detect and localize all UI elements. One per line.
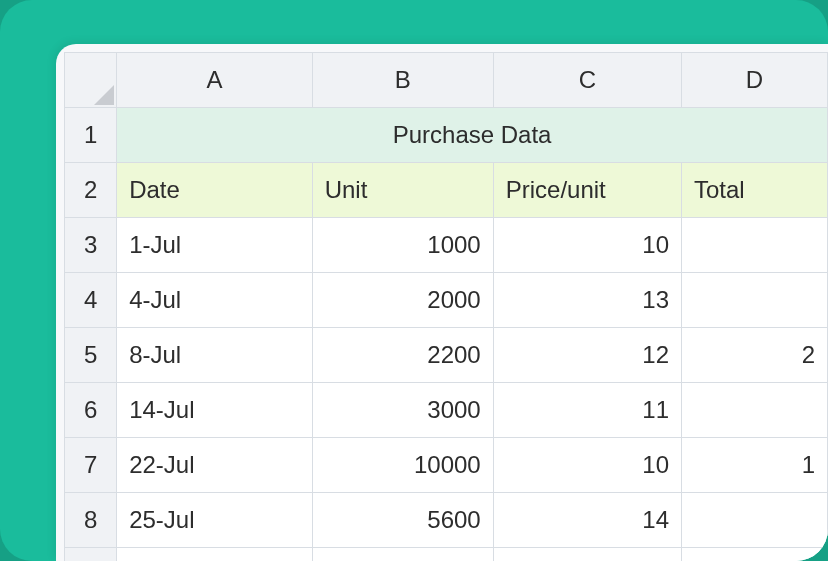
row-header-8[interactable]: 8	[65, 493, 117, 548]
cell-a7[interactable]: 22-Jul	[117, 438, 313, 493]
column-header-c[interactable]: C	[493, 53, 681, 108]
row-header-7[interactable]: 7	[65, 438, 117, 493]
cell-a4[interactable]: 4-Jul	[117, 273, 313, 328]
cell-a8[interactable]: 25-Jul	[117, 493, 313, 548]
spreadsheet-grid[interactable]: A B C D 1 Purchase Data 2 Date Unit Pric…	[64, 52, 828, 561]
cell-d9[interactable]	[682, 548, 828, 562]
cell-c3[interactable]: 10	[493, 218, 681, 273]
cell-b7[interactable]: 10000	[312, 438, 493, 493]
row-header-9[interactable]: 9	[65, 548, 117, 562]
cell-c5[interactable]: 12	[493, 328, 681, 383]
cell-b4[interactable]: 2000	[312, 273, 493, 328]
cell-header-total[interactable]: Total	[682, 163, 828, 218]
cell-a3[interactable]: 1-Jul	[117, 218, 313, 273]
cell-c9[interactable]: 13	[493, 548, 681, 562]
row-header-3[interactable]: 3	[65, 218, 117, 273]
cell-a5[interactable]: 8-Jul	[117, 328, 313, 383]
cell-d3[interactable]	[682, 218, 828, 273]
select-all-corner[interactable]	[65, 53, 117, 108]
cell-a6[interactable]: 14-Jul	[117, 383, 313, 438]
cell-d5[interactable]: 2	[682, 328, 828, 383]
cell-title[interactable]: Purchase Data	[117, 108, 828, 163]
cell-b5[interactable]: 2200	[312, 328, 493, 383]
svg-marker-0	[94, 85, 114, 105]
cell-d4[interactable]	[682, 273, 828, 328]
cell-b8[interactable]: 5600	[312, 493, 493, 548]
cell-header-unit[interactable]: Unit	[312, 163, 493, 218]
column-header-d[interactable]: D	[682, 53, 828, 108]
cell-c7[interactable]: 10	[493, 438, 681, 493]
row-header-1[interactable]: 1	[65, 108, 117, 163]
cell-c8[interactable]: 14	[493, 493, 681, 548]
cell-b9[interactable]: 7200	[312, 548, 493, 562]
cell-b3[interactable]: 1000	[312, 218, 493, 273]
corner-triangle-icon	[94, 85, 114, 105]
spreadsheet-panel: A B C D 1 Purchase Data 2 Date Unit Pric…	[56, 44, 828, 561]
row-header-4[interactable]: 4	[65, 273, 117, 328]
cell-header-date[interactable]: Date	[117, 163, 313, 218]
cell-c4[interactable]: 13	[493, 273, 681, 328]
row-header-6[interactable]: 6	[65, 383, 117, 438]
column-header-b[interactable]: B	[312, 53, 493, 108]
app-frame: A B C D 1 Purchase Data 2 Date Unit Pric…	[0, 0, 828, 561]
row-header-5[interactable]: 5	[65, 328, 117, 383]
cell-a9[interactable]: 30-Jul	[117, 548, 313, 562]
cell-header-price[interactable]: Price/unit	[493, 163, 681, 218]
cell-c6[interactable]: 11	[493, 383, 681, 438]
cell-d7[interactable]: 1	[682, 438, 828, 493]
column-header-a[interactable]: A	[117, 53, 313, 108]
row-header-2[interactable]: 2	[65, 163, 117, 218]
cell-d8[interactable]	[682, 493, 828, 548]
cell-b6[interactable]: 3000	[312, 383, 493, 438]
cell-d6[interactable]	[682, 383, 828, 438]
